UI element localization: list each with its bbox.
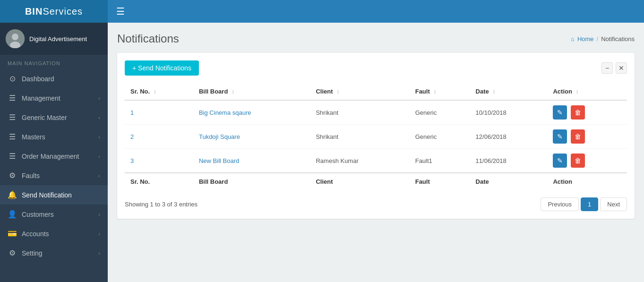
chevron-right-icon: ‹ <box>98 212 100 217</box>
pagination-info: Showing 1 to 3 of 3 entries <box>125 201 197 208</box>
close-button[interactable]: ✕ <box>616 62 627 74</box>
table-head: Sr. No. ↕ Bill Board ↕ Client ↕ Fault <box>125 83 627 100</box>
footer-client: Client <box>310 173 409 190</box>
delete-button[interactable]: 🗑 <box>571 105 585 120</box>
sidebar-item-label: Send Notification <box>22 191 100 199</box>
sidebar: Digital Advertisement MAIN NAVIGATION ⊙ … <box>0 23 108 282</box>
footer-fault: Fault <box>410 173 470 190</box>
col-action: Action ↕ <box>547 83 627 100</box>
cell-date: 12/06/2018 <box>470 125 548 149</box>
table-row: 1 Big Cinema sqaure Shrikant Generic 10/… <box>125 100 627 125</box>
footer-action: Action <box>547 173 627 190</box>
cell-bill-board: Tukdoji Square <box>193 125 310 149</box>
brand: BIN Services <box>0 0 108 23</box>
breadcrumb: ⌂ Home / Notifications <box>571 35 635 43</box>
footer-date: Date <box>470 173 548 190</box>
table-body: 1 Big Cinema sqaure Shrikant Generic 10/… <box>125 100 627 173</box>
cell-action: ✎ 🗑 <box>547 125 627 149</box>
delete-button[interactable]: 🗑 <box>571 154 585 168</box>
sidebar-item-label: Setting <box>22 249 94 257</box>
page-title: Notifications <box>117 32 179 45</box>
cell-client: Ramesh Kumar <box>310 149 409 173</box>
chevron-right-icon: ‹ <box>98 173 100 179</box>
sidebar-item-customers[interactable]: 👤 Customers ‹ <box>0 205 108 224</box>
table-row: 2 Tukdoji Square Shrikant Generic 12/06/… <box>125 125 627 149</box>
sidebar-item-generic-master[interactable]: ☰ Generic Master ‹ <box>0 108 108 127</box>
cell-sr-no: 3 <box>125 149 193 173</box>
sidebar-item-dashboard[interactable]: ⊙ Dashboard <box>0 69 108 88</box>
sort-icon-bill-board: ↕ <box>232 88 234 95</box>
sidebar-profile: Digital Advertisement <box>0 23 108 55</box>
previous-button[interactable]: Previous <box>541 197 579 211</box>
col-bill-board: Bill Board ↕ <box>193 83 310 100</box>
pagination-row: Showing 1 to 3 of 3 entries Previous 1 N… <box>125 197 627 211</box>
faults-icon: ⚙ <box>8 171 17 180</box>
next-button[interactable]: Next <box>600 197 627 211</box>
brand-rest: Services <box>43 6 83 17</box>
minimize-button[interactable]: − <box>601 62 613 74</box>
cell-fault: Generic <box>410 125 470 149</box>
customers-icon: 👤 <box>8 210 17 219</box>
sidebar-section-label: MAIN NAVIGATION <box>0 55 108 69</box>
sidebar-item-accounts[interactable]: 💳 Accounts ‹ <box>0 224 108 243</box>
edit-button[interactable]: ✎ <box>553 129 567 144</box>
sidebar-item-label: Management <box>22 94 94 102</box>
masters-icon: ☰ <box>8 132 17 141</box>
table-footer-row: Sr. No. Bill Board Client Fault Date Act… <box>125 173 627 190</box>
col-sr-no: Sr. No. ↕ <box>125 83 193 100</box>
sidebar-item-setting[interactable]: ⚙ Setting ‹ <box>0 243 108 263</box>
page-header: Notifications ⌂ Home / Notifications <box>117 32 635 45</box>
card-toolbar: + Send Notifications − ✕ <box>125 60 627 76</box>
sort-icon-action: ↕ <box>576 88 579 95</box>
sidebar-item-label: Accounts <box>22 230 94 238</box>
breadcrumb-separator: / <box>597 35 599 43</box>
cell-fault: Generic <box>410 100 470 125</box>
hamburger-icon[interactable]: ☰ <box>108 6 133 17</box>
sidebar-item-label: Order Management <box>22 153 94 160</box>
dashboard-icon: ⊙ <box>8 74 17 83</box>
layout: Digital Advertisement MAIN NAVIGATION ⊙ … <box>0 23 644 282</box>
delete-button[interactable]: 🗑 <box>571 129 585 144</box>
cell-client: Shrikant <box>310 125 409 149</box>
col-fault: Fault ↕ <box>410 83 470 100</box>
sidebar-item-masters[interactable]: ☰ Masters ‹ <box>0 127 108 146</box>
generic-master-icon: ☰ <box>8 113 17 122</box>
sidebar-item-faults[interactable]: ⚙ Faults ‹ <box>0 166 108 185</box>
chevron-right-icon: ‹ <box>98 95 100 101</box>
pagination-controls: Previous 1 Next <box>541 197 627 211</box>
svg-point-1 <box>12 34 18 40</box>
sidebar-username: Digital Advertisement <box>29 35 87 43</box>
table-foot: Sr. No. Bill Board Client Fault Date Act… <box>125 173 627 190</box>
send-notification-button[interactable]: + Send Notifications <box>125 60 199 76</box>
sidebar-item-send-notification[interactable]: 🔔 Send Notification <box>0 185 108 205</box>
sidebar-item-management[interactable]: ☰ Management ‹ <box>0 88 108 108</box>
sort-icon-fault: ↕ <box>433 88 436 95</box>
cell-action: ✎ 🗑 <box>547 100 627 125</box>
sidebar-item-label: Masters <box>22 133 94 141</box>
breadcrumb-current: Notifications <box>601 35 635 43</box>
sort-icon-client: ↕ <box>336 88 339 95</box>
brand-bold: BIN <box>25 6 43 17</box>
cell-fault: Fault1 <box>410 149 470 173</box>
cell-sr-no: 2 <box>125 125 193 149</box>
sidebar-item-label: Faults <box>22 172 94 179</box>
sort-icon-date: ↕ <box>492 88 495 95</box>
table-row: 3 New Bill Board Ramesh Kumar Fault1 11/… <box>125 149 627 173</box>
chevron-right-icon: ‹ <box>98 134 100 140</box>
edit-button[interactable]: ✎ <box>553 105 567 120</box>
sort-icon-sr-no: ↕ <box>154 88 156 95</box>
top-nav: BIN Services ☰ <box>0 0 644 23</box>
notification-icon: 🔔 <box>8 190 17 199</box>
cell-client: Shrikant <box>310 100 409 125</box>
cell-action: ✎ 🗑 <box>547 149 627 173</box>
col-date: Date ↕ <box>470 83 548 100</box>
page-1-button[interactable]: 1 <box>581 197 598 211</box>
sidebar-item-label: Dashboard <box>22 75 100 83</box>
cell-date: 10/10/2018 <box>470 100 548 125</box>
chevron-right-icon: ‹ <box>98 250 100 256</box>
edit-button[interactable]: ✎ <box>553 154 567 168</box>
main-content: Notifications ⌂ Home / Notifications + S… <box>108 23 644 282</box>
footer-bill-board: Bill Board <box>193 173 310 190</box>
breadcrumb-home[interactable]: Home <box>577 35 594 43</box>
sidebar-item-order-management[interactable]: ☰ Order Management ‹ <box>0 146 108 166</box>
